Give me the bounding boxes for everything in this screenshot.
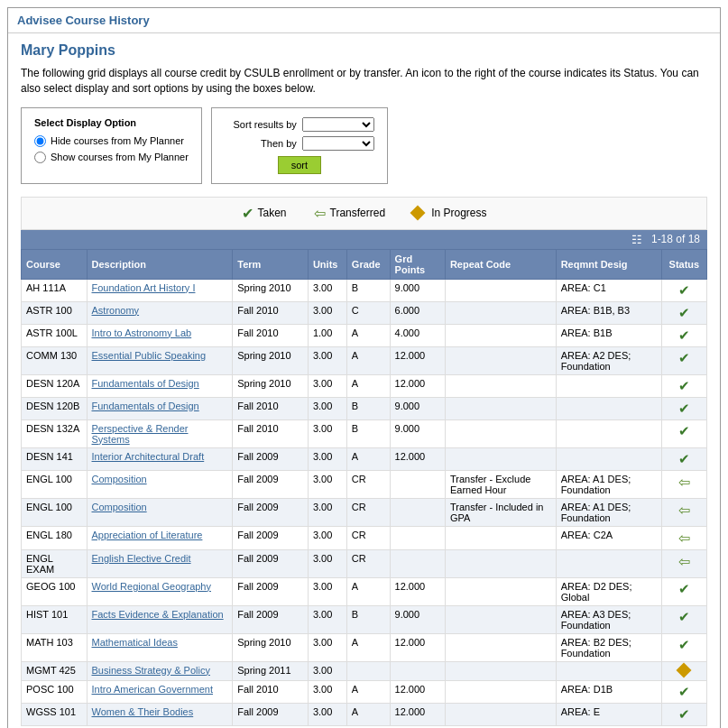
cell-course: ASTR 100 xyxy=(22,301,88,324)
cell-desc: Business Strategy & Policy xyxy=(87,661,233,680)
sort-button[interactable]: sort xyxy=(278,156,321,174)
cell-repeat xyxy=(445,324,556,346)
cell-units: 3.00 xyxy=(308,498,346,526)
cell-grade xyxy=(346,661,390,680)
cell-desc: Essential Public Speaking xyxy=(87,346,233,374)
sort-box: Sort results by Then by sort xyxy=(211,107,388,184)
cell-reqmnt xyxy=(556,549,661,577)
cell-reqmnt: AREA: A3 DES; Foundation xyxy=(556,605,661,633)
cell-course: MATH 103 xyxy=(22,633,88,661)
cell-grdpts xyxy=(390,526,445,549)
cell-desc: Astronomy xyxy=(87,301,233,324)
cell-units: 3.00 xyxy=(308,346,346,374)
cell-grade: B xyxy=(346,397,390,419)
cell-grdpts: 12.000 xyxy=(390,374,445,397)
taken-status-icon: ✔ xyxy=(678,378,690,393)
cell-status: ✔ xyxy=(661,605,706,633)
cell-units: 3.00 xyxy=(308,577,346,605)
sort-results-select[interactable] xyxy=(302,117,374,132)
in-progress-label: In Progress xyxy=(431,207,486,219)
cell-grdpts: 9.000 xyxy=(390,397,445,419)
cell-grade: CR xyxy=(346,498,390,526)
col-header-repeat: Repeat Code xyxy=(445,249,556,279)
cell-reqmnt: AREA: C1 xyxy=(556,279,661,301)
show-planner-radio[interactable] xyxy=(34,152,46,163)
cell-repeat xyxy=(445,661,556,680)
course-link[interactable]: Intro American Government xyxy=(92,684,214,695)
cell-grdpts xyxy=(390,498,445,526)
course-link[interactable]: Women & Their Bodies xyxy=(92,706,194,717)
taken-status-icon: ✔ xyxy=(678,706,690,722)
cell-term: Fall 2009 xyxy=(233,498,309,526)
cell-grdpts: 12.000 xyxy=(390,577,445,605)
course-link[interactable]: Interior Architectural Draft xyxy=(92,451,205,462)
taken-status-icon: ✔ xyxy=(678,423,690,438)
course-link[interactable]: Intro to Astronomy Lab xyxy=(92,327,192,338)
table-row: DESN 120B Fundamentals of Design Fall 20… xyxy=(22,397,707,419)
course-link[interactable]: Facts Evidence & Explanation xyxy=(92,609,224,620)
hide-planner-option[interactable]: Hide courses from My Planner xyxy=(34,135,189,147)
cell-term: Fall 2009 xyxy=(233,470,309,498)
course-link[interactable]: Composition xyxy=(92,502,147,512)
cell-course: WGSS 101 xyxy=(22,703,88,725)
course-link[interactable]: Fundamentals of Design xyxy=(92,401,199,411)
course-link[interactable]: Composition xyxy=(92,474,147,484)
cell-repeat xyxy=(445,577,556,605)
course-link[interactable]: Perspective & Render Systems xyxy=(92,423,189,445)
cell-status: ✔ xyxy=(661,324,706,346)
col-header-desc: Description xyxy=(87,249,233,279)
cell-course: ENGL 100 xyxy=(22,498,88,526)
hide-planner-label: Hide courses from My Planner xyxy=(51,135,184,146)
course-link[interactable]: Mathematical Ideas xyxy=(92,637,178,648)
main-container: Advisee Course History Mary Poppins The … xyxy=(7,7,721,728)
cell-reqmnt: AREA: A1 DES; Foundation xyxy=(556,470,661,498)
cell-grade: CR xyxy=(346,549,390,577)
course-link[interactable]: Fundamentals of Design xyxy=(92,378,199,389)
course-link[interactable]: Appreciation of Literature xyxy=(92,530,203,540)
course-link[interactable]: Astronomy xyxy=(92,305,140,316)
cell-grade: A xyxy=(346,374,390,397)
cell-course: DESN 132A xyxy=(22,419,88,447)
cell-units: 3.00 xyxy=(308,279,346,301)
cell-repeat xyxy=(445,346,556,374)
cell-term: Spring 2011 xyxy=(233,661,309,680)
cell-reqmnt xyxy=(556,661,661,680)
cell-reqmnt xyxy=(556,397,661,419)
taken-legend: ✔ Taken xyxy=(242,205,287,222)
cell-reqmnt: AREA: E xyxy=(556,703,661,725)
cell-units: 3.00 xyxy=(308,374,346,397)
cell-desc: Intro American Government xyxy=(87,680,233,703)
cell-grdpts xyxy=(390,549,445,577)
course-link[interactable]: World Regional Geography xyxy=(92,581,211,592)
cell-course: GEOG 100 xyxy=(22,577,88,605)
transferred-label: Transferred xyxy=(330,207,386,219)
cell-repeat xyxy=(445,633,556,661)
table-row: DESN 132A Perspective & Render Systems F… xyxy=(22,419,707,447)
cell-repeat xyxy=(445,419,556,447)
table-row: AH 111A Foundation Art History I Spring … xyxy=(22,279,707,301)
cell-units: 3.00 xyxy=(308,605,346,633)
cell-term: Fall 2010 xyxy=(233,419,309,447)
course-link[interactable]: Essential Public Speaking xyxy=(92,350,207,361)
cell-term: Fall 2010 xyxy=(233,301,309,324)
hide-planner-radio[interactable] xyxy=(34,135,46,147)
course-link[interactable]: English Elective Credit xyxy=(92,553,191,564)
cell-repeat xyxy=(445,301,556,324)
cell-reqmnt: AREA: D2 DES; Global xyxy=(556,577,661,605)
cell-course: DESN 120A xyxy=(22,374,88,397)
legend-bar: ✔ Taken ⇦ Transferred In Progress xyxy=(21,197,707,230)
cell-course: COMM 130 xyxy=(22,346,88,374)
sort-then-select[interactable] xyxy=(302,136,374,151)
cell-repeat: Transfer - Exclude Earned Hour xyxy=(445,470,556,498)
course-link[interactable]: Business Strategy & Policy xyxy=(92,665,210,676)
cell-grade: A xyxy=(346,577,390,605)
col-header-units: Units xyxy=(308,249,346,279)
course-link[interactable]: Foundation Art History I xyxy=(92,282,196,293)
cell-status: ✔ xyxy=(661,703,706,725)
cell-reqmnt xyxy=(556,419,661,447)
show-planner-option[interactable]: Show courses from My Planner xyxy=(34,152,189,163)
table-row: MATH 103 Mathematical Ideas Spring 2010 … xyxy=(22,633,707,661)
table-count: 1-18 of 18 xyxy=(651,233,700,245)
cell-repeat xyxy=(445,605,556,633)
table-row: ASTR 100 Astronomy Fall 2010 3.00 C 6.00… xyxy=(22,301,707,324)
